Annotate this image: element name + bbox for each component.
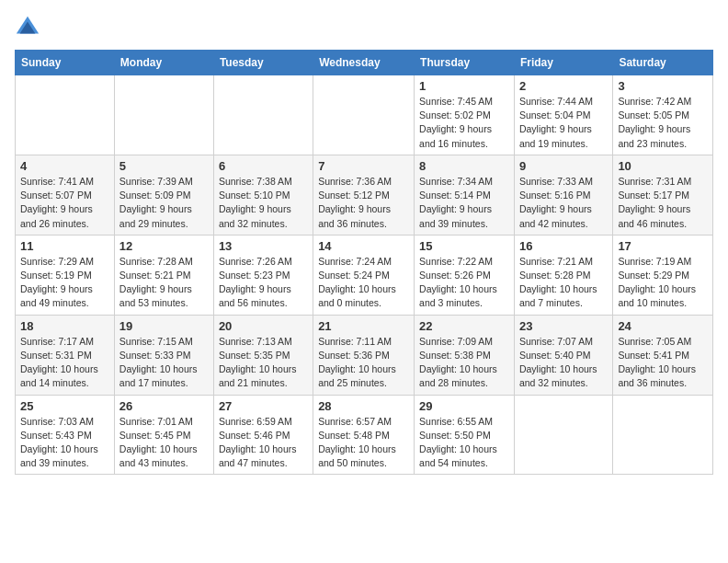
day-number: 27 (219, 399, 308, 413)
calendar-cell: 28Sunrise: 6:57 AM Sunset: 5:48 PM Dayli… (313, 395, 415, 475)
day-number: 19 (119, 319, 209, 333)
day-info: Sunrise: 7:05 AM Sunset: 5:41 PM Dayligh… (618, 335, 708, 391)
day-number: 26 (119, 399, 209, 413)
day-number: 16 (519, 239, 608, 253)
calendar-cell: 19Sunrise: 7:15 AM Sunset: 5:33 PM Dayli… (114, 315, 213, 395)
week-row-4: 18Sunrise: 7:17 AM Sunset: 5:31 PM Dayli… (16, 315, 713, 395)
day-number: 20 (219, 319, 308, 333)
day-info: Sunrise: 7:19 AM Sunset: 5:29 PM Dayligh… (618, 255, 708, 311)
day-info: Sunrise: 7:28 AM Sunset: 5:21 PM Dayligh… (119, 255, 209, 311)
weekday-header-thursday: Thursday (415, 51, 515, 75)
day-info: Sunrise: 7:42 AM Sunset: 5:05 PM Dayligh… (618, 95, 708, 151)
day-info: Sunrise: 7:21 AM Sunset: 5:28 PM Dayligh… (519, 255, 608, 311)
weekday-header-tuesday: Tuesday (213, 51, 313, 75)
day-info: Sunrise: 6:57 AM Sunset: 5:48 PM Dayligh… (318, 415, 409, 471)
day-number: 23 (519, 319, 608, 333)
calendar-cell: 21Sunrise: 7:11 AM Sunset: 5:36 PM Dayli… (313, 315, 415, 395)
calendar-cell: 18Sunrise: 7:17 AM Sunset: 5:31 PM Dayli… (16, 315, 115, 395)
day-info: Sunrise: 7:44 AM Sunset: 5:04 PM Dayligh… (519, 95, 608, 151)
calendar-cell: 25Sunrise: 7:03 AM Sunset: 5:43 PM Dayli… (16, 395, 115, 475)
calendar-cell: 8Sunrise: 7:34 AM Sunset: 5:14 PM Daylig… (415, 155, 515, 235)
day-info: Sunrise: 7:29 AM Sunset: 5:19 PM Dayligh… (20, 255, 109, 311)
day-info: Sunrise: 7:31 AM Sunset: 5:17 PM Dayligh… (618, 175, 708, 231)
day-number: 28 (318, 399, 409, 413)
day-info: Sunrise: 7:26 AM Sunset: 5:23 PM Dayligh… (219, 255, 308, 311)
week-row-3: 11Sunrise: 7:29 AM Sunset: 5:19 PM Dayli… (16, 235, 713, 315)
calendar-cell: 24Sunrise: 7:05 AM Sunset: 5:41 PM Dayli… (613, 315, 713, 395)
calendar-cell (213, 75, 313, 155)
day-info: Sunrise: 7:09 AM Sunset: 5:38 PM Dayligh… (419, 335, 509, 391)
calendar-cell: 15Sunrise: 7:22 AM Sunset: 5:26 PM Dayli… (415, 235, 515, 315)
day-info: Sunrise: 7:38 AM Sunset: 5:10 PM Dayligh… (219, 175, 308, 231)
day-number: 24 (618, 319, 708, 333)
calendar-cell: 10Sunrise: 7:31 AM Sunset: 5:17 PM Dayli… (613, 155, 713, 235)
weekday-header-monday: Monday (114, 51, 213, 75)
calendar-cell: 5Sunrise: 7:39 AM Sunset: 5:09 PM Daylig… (114, 155, 213, 235)
week-row-5: 25Sunrise: 7:03 AM Sunset: 5:43 PM Dayli… (16, 395, 713, 475)
day-number: 17 (618, 239, 708, 253)
weekday-header-wednesday: Wednesday (313, 51, 415, 75)
day-info: Sunrise: 7:45 AM Sunset: 5:02 PM Dayligh… (419, 95, 509, 151)
day-number: 1 (419, 79, 509, 93)
day-info: Sunrise: 7:34 AM Sunset: 5:14 PM Dayligh… (419, 175, 509, 231)
calendar-cell: 4Sunrise: 7:41 AM Sunset: 5:07 PM Daylig… (16, 155, 115, 235)
day-number: 18 (20, 319, 109, 333)
day-number: 7 (318, 159, 409, 173)
calendar-cell: 17Sunrise: 7:19 AM Sunset: 5:29 PM Dayli… (613, 235, 713, 315)
day-number: 13 (219, 239, 308, 253)
logo-icon (15, 15, 40, 40)
day-info: Sunrise: 7:41 AM Sunset: 5:07 PM Dayligh… (20, 175, 109, 231)
header (15, 15, 713, 40)
day-info: Sunrise: 6:59 AM Sunset: 5:46 PM Dayligh… (219, 415, 308, 471)
calendar-cell: 6Sunrise: 7:38 AM Sunset: 5:10 PM Daylig… (213, 155, 313, 235)
calendar-cell: 9Sunrise: 7:33 AM Sunset: 5:16 PM Daylig… (514, 155, 612, 235)
calendar-cell: 16Sunrise: 7:21 AM Sunset: 5:28 PM Dayli… (514, 235, 612, 315)
page-container: SundayMondayTuesdayWednesdayThursdayFrid… (0, 0, 728, 484)
calendar: SundayMondayTuesdayWednesdayThursdayFrid… (15, 50, 713, 475)
calendar-cell: 12Sunrise: 7:28 AM Sunset: 5:21 PM Dayli… (114, 235, 213, 315)
calendar-cell: 23Sunrise: 7:07 AM Sunset: 5:40 PM Dayli… (514, 315, 612, 395)
weekday-header-sunday: Sunday (16, 51, 115, 75)
calendar-cell (313, 75, 415, 155)
day-info: Sunrise: 7:13 AM Sunset: 5:35 PM Dayligh… (219, 335, 308, 391)
weekday-header-row: SundayMondayTuesdayWednesdayThursdayFrid… (16, 51, 713, 75)
calendar-cell: 1Sunrise: 7:45 AM Sunset: 5:02 PM Daylig… (415, 75, 515, 155)
day-number: 29 (419, 399, 509, 413)
weekday-header-saturday: Saturday (613, 51, 713, 75)
day-info: Sunrise: 7:36 AM Sunset: 5:12 PM Dayligh… (318, 175, 409, 231)
day-number: 25 (20, 399, 109, 413)
calendar-cell: 22Sunrise: 7:09 AM Sunset: 5:38 PM Dayli… (415, 315, 515, 395)
calendar-cell: 7Sunrise: 7:36 AM Sunset: 5:12 PM Daylig… (313, 155, 415, 235)
week-row-2: 4Sunrise: 7:41 AM Sunset: 5:07 PM Daylig… (16, 155, 713, 235)
day-number: 2 (519, 79, 608, 93)
calendar-cell (16, 75, 115, 155)
day-info: Sunrise: 7:03 AM Sunset: 5:43 PM Dayligh… (20, 415, 109, 471)
logo (15, 15, 44, 40)
day-info: Sunrise: 7:17 AM Sunset: 5:31 PM Dayligh… (20, 335, 109, 391)
day-number: 15 (419, 239, 509, 253)
day-number: 14 (318, 239, 409, 253)
calendar-cell: 14Sunrise: 7:24 AM Sunset: 5:24 PM Dayli… (313, 235, 415, 315)
day-number: 6 (219, 159, 308, 173)
day-info: Sunrise: 7:01 AM Sunset: 5:45 PM Dayligh… (119, 415, 209, 471)
day-number: 12 (119, 239, 209, 253)
day-number: 5 (119, 159, 209, 173)
day-number: 10 (618, 159, 708, 173)
calendar-cell (114, 75, 213, 155)
calendar-cell: 20Sunrise: 7:13 AM Sunset: 5:35 PM Dayli… (213, 315, 313, 395)
day-number: 4 (20, 159, 109, 173)
calendar-cell: 11Sunrise: 7:29 AM Sunset: 5:19 PM Dayli… (16, 235, 115, 315)
day-info: Sunrise: 7:24 AM Sunset: 5:24 PM Dayligh… (318, 255, 409, 311)
day-number: 11 (20, 239, 109, 253)
day-number: 9 (519, 159, 608, 173)
week-row-1: 1Sunrise: 7:45 AM Sunset: 5:02 PM Daylig… (16, 75, 713, 155)
day-info: Sunrise: 7:15 AM Sunset: 5:33 PM Dayligh… (119, 335, 209, 391)
weekday-header-friday: Friday (514, 51, 612, 75)
day-info: Sunrise: 7:07 AM Sunset: 5:40 PM Dayligh… (519, 335, 608, 391)
calendar-cell (514, 395, 612, 475)
day-info: Sunrise: 7:33 AM Sunset: 5:16 PM Dayligh… (519, 175, 608, 231)
day-number: 21 (318, 319, 409, 333)
day-info: Sunrise: 7:11 AM Sunset: 5:36 PM Dayligh… (318, 335, 409, 391)
day-info: Sunrise: 7:39 AM Sunset: 5:09 PM Dayligh… (119, 175, 209, 231)
day-info: Sunrise: 6:55 AM Sunset: 5:50 PM Dayligh… (419, 415, 509, 471)
